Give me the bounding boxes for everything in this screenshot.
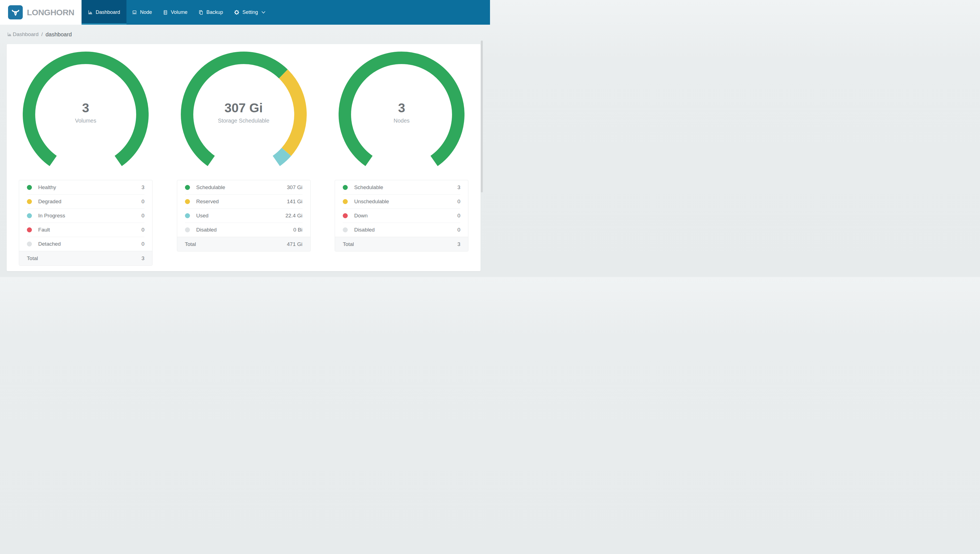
table-row: Reserved 141 Gi [177,194,310,209]
table-row: Detached 0 [19,237,152,251]
table-row: Schedulable 307 Gi [177,180,310,194]
nodes-column: 3 Nodes Schedulable 3 Unschedulable 0 Do… [323,52,480,271]
row-value: 0 [458,199,461,205]
row-label: Schedulable [196,185,226,191]
legend-dot [343,185,348,190]
total-label: Total [27,255,38,261]
main-menu: Dashboard Node [81,0,271,25]
table-row: Unschedulable 0 [335,194,468,209]
volumes-legend-table: Healthy 3 Degraded 0 In Progress 0 Fault… [19,180,153,266]
total-label: Total [185,241,196,247]
row-value: 307 Gi [287,185,302,191]
storage-column: 307 Gi Storage Schedulable Schedulable 3… [165,52,323,271]
row-value: 141 Gi [287,199,302,205]
table-row: Down 0 [335,209,468,223]
storage-gauge: 307 Gi Storage Schedulable [181,52,307,171]
top-nav: LONGHORN Dashboard Node [0,0,490,25]
table-row: Used 22.4 Gi [177,209,310,223]
volumes-gauge: 3 Volumes [23,52,149,171]
total-value: 471 Gi [287,241,302,247]
row-value: 0 [142,227,145,233]
gear-icon [234,10,239,15]
copy-icon [199,10,203,15]
nav-item-label: Dashboard [95,10,120,15]
row-label: Schedulable [354,185,383,191]
nodes-gauge: 3 Nodes [339,52,465,171]
table-row: Fault 0 [19,223,152,237]
storage-schedulable-value: 307 Gi [181,101,307,115]
table-row: In Progress 0 [19,209,152,223]
legend-dot [343,228,348,232]
row-value: 0 Bi [293,227,302,233]
row-value: 3 [458,185,461,191]
table-row: Schedulable 3 [335,180,468,194]
row-value: 0 [142,199,145,205]
total-label: Total [343,241,354,247]
total-value: 3 [142,255,145,261]
table-total-row: Total 3 [19,251,152,265]
chevron-down-icon [261,11,266,14]
laptop-icon [132,10,137,15]
row-value: 22.4 Gi [285,213,302,219]
nav-item-label: Node [140,10,152,15]
gauge-center-text: 307 Gi Storage Schedulable [181,101,307,124]
bar-chart-icon [7,31,12,37]
legend-dot [343,213,348,218]
nav-item-label: Volume [171,10,188,15]
row-label: Detached [38,241,61,247]
nav-item-node[interactable]: Node [126,0,158,25]
row-label: Healthy [38,185,56,191]
brand-logo[interactable]: LONGHORN [0,0,81,25]
row-label: Used [196,213,208,219]
nodes-count: 3 [339,101,465,115]
legend-dot [343,199,348,204]
gauge-segment-used [276,152,286,161]
table-row: Disabled 0 Bi [177,223,310,237]
nav-item-backup[interactable]: Backup [193,0,229,25]
nav-item-label: Backup [206,10,223,15]
table-total-row: Total 471 Gi [177,237,310,251]
row-label: Disabled [354,227,375,233]
nav-item-dashboard[interactable]: Dashboard [81,0,126,25]
row-value: 0 [458,227,461,233]
brand-name: LONGHORN [27,8,74,17]
legend-dot [27,242,32,247]
table-row: Healthy 3 [19,180,152,194]
row-value: 3 [142,185,145,191]
row-value: 0 [142,213,145,219]
bar-chart-icon [88,10,92,15]
vertical-scrollbar-thumb[interactable] [481,40,483,193]
breadcrumb-section-label: Dashboard [13,31,38,37]
legend-dot [185,199,190,204]
row-label: Unschedulable [354,199,389,205]
row-label: Reserved [196,199,219,205]
breadcrumb-current-page: dashboard [46,31,72,38]
legend-dot [27,199,32,204]
row-label: Down [354,213,368,219]
legend-dot [27,228,32,232]
volumes-column: 3 Volumes Healthy 3 Degraded 0 In Progre… [6,52,165,271]
database-icon [163,10,168,15]
nav-item-volume[interactable]: Volume [158,0,193,25]
legend-dot [185,213,190,218]
nav-item-setting[interactable]: Setting [229,0,271,25]
table-row: Disabled 0 [335,223,468,237]
storage-schedulable-label: Storage Schedulable [181,117,307,124]
dashboard-card: 3 Volumes Healthy 3 Degraded 0 In Progre… [6,44,480,271]
volumes-count: 3 [23,101,149,115]
longhorn-bull-icon [8,5,23,19]
row-value: 0 [142,241,145,247]
row-label: In Progress [38,213,65,219]
table-total-row: Total 3 [335,237,468,251]
table-row: Degraded 0 [19,194,152,209]
row-value: 0 [458,213,461,219]
legend-dot [27,185,32,190]
breadcrumb-dashboard-link[interactable]: Dashboard [7,31,38,37]
breadcrumb: Dashboard / dashboard [0,25,79,44]
gauge-center-text: 3 Nodes [339,101,465,124]
storage-legend-table: Schedulable 307 Gi Reserved 141 Gi Used … [177,180,310,252]
volumes-label: Volumes [23,117,149,124]
nodes-legend-table: Schedulable 3 Unschedulable 0 Down 0 Dis… [335,180,468,252]
legend-dot [27,213,32,218]
gauge-center-text: 3 Volumes [23,101,149,124]
